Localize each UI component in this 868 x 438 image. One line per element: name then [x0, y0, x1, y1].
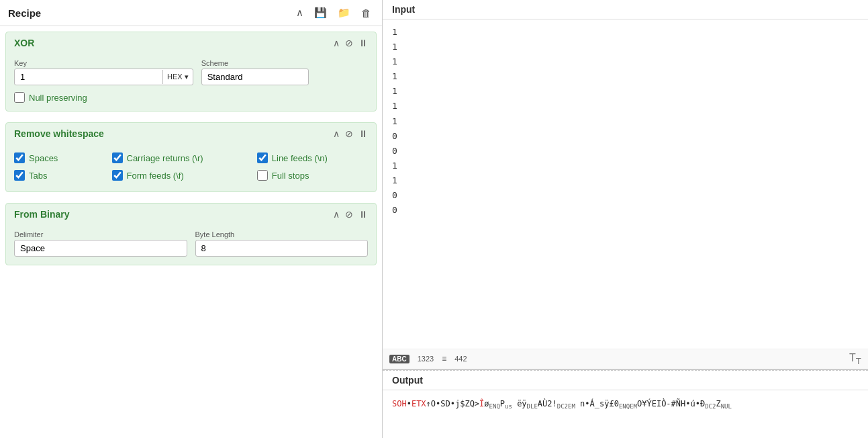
input-header: Input: [383, 0, 868, 19]
carriage-returns-checkbox[interactable]: [112, 152, 123, 163]
char-count: 1323: [418, 355, 434, 363]
line-feeds-checkbox[interactable]: [257, 152, 268, 163]
null-preserving-checkbox[interactable]: [14, 92, 25, 103]
xor-key-type-dropdown[interactable]: HEX ▾: [162, 70, 193, 84]
input-lines: 1111111001100: [392, 25, 859, 218]
xor-collapse-button[interactable]: ∧: [333, 38, 340, 48]
fb-pause-button[interactable]: ⏸: [358, 209, 368, 220]
byte-length-input[interactable]: [195, 240, 369, 257]
full-stops-label[interactable]: Full stops: [272, 171, 309, 181]
carriage-returns-label[interactable]: Carriage returns (\r): [127, 153, 203, 163]
rw-tabs-item: Tabs: [14, 170, 99, 181]
fb-card-icons: ∧ ⊘ ⏸: [333, 209, 368, 220]
null-preserving-label[interactable]: Null preserving: [29, 93, 87, 103]
rw-form-feeds-item: Form feeds (\f): [112, 170, 244, 181]
resize-icon: TT: [849, 352, 861, 366]
rw-checkboxes-grid: Spaces Carriage returns (\r) Line feeds …: [14, 150, 368, 183]
recipe-header: Recipe ∧ 💾 📁 🗑: [0, 0, 382, 26]
remove-whitespace-title: Remove whitespace: [14, 128, 104, 139]
xor-scheme-label: Scheme: [201, 59, 309, 67]
form-feeds-checkbox[interactable]: [112, 170, 123, 181]
abc-badge: ABC: [389, 355, 409, 363]
left-panel: Recipe ∧ 💾 📁 🗑 XOR ∧ ⊘ ⏸ Key HEX: [0, 0, 383, 438]
from-binary-body: Delimiter Byte Length: [6, 225, 376, 265]
full-stops-checkbox[interactable]: [257, 170, 268, 181]
output-section: Output SOH•ETX↑O•SD•j$ZQ>ÎøENQPus ëÿDLEA…: [383, 371, 868, 438]
xor-scheme-group: Scheme: [201, 59, 309, 85]
recipe-title: Recipe: [8, 7, 41, 19]
output-content: SOH•ETX↑O•SD•j$ZQ>ÎøENQPus ëÿDLEAÙ2!DC2E…: [383, 390, 868, 438]
fb-collapse-button[interactable]: ∧: [333, 209, 340, 220]
tabs-label[interactable]: Tabs: [29, 171, 47, 181]
binary-fields: Delimiter Byte Length: [14, 230, 368, 257]
xor-fields: Key HEX ▾ Scheme: [14, 59, 368, 85]
input-footer: ABC 1323 ≡ 442 TT: [383, 349, 868, 369]
xor-key-input-container: HEX ▾: [14, 69, 193, 85]
fb-disable-button[interactable]: ⊘: [345, 209, 353, 220]
xor-disable-button[interactable]: ⊘: [345, 38, 353, 48]
xor-card: XOR ∧ ⊘ ⏸ Key HEX ▾ Scheme: [5, 32, 377, 112]
recipe-toolbar: ∧ 💾 📁 🗑: [293, 5, 374, 20]
output-soh: SOH: [392, 399, 407, 408]
right-panel: Input 1111111001100 ABC 1323 ≡ 442 TT Ou…: [383, 0, 868, 438]
xor-pause-button[interactable]: ⏸: [358, 38, 368, 48]
delimiter-field: Delimiter: [14, 230, 187, 257]
save-button[interactable]: 💾: [311, 5, 330, 20]
rw-disable-button[interactable]: ⊘: [345, 128, 353, 139]
collapse-button[interactable]: ∧: [293, 5, 306, 20]
remove-whitespace-header: Remove whitespace ∧ ⊘ ⏸: [6, 123, 376, 144]
xor-key-group: Key HEX ▾: [14, 59, 193, 85]
rw-card-icons: ∧ ⊘ ⏸: [333, 128, 368, 139]
input-content[interactable]: 1111111001100: [383, 19, 868, 349]
line-icon: ≡: [442, 354, 446, 363]
byte-length-field: Byte Length: [195, 230, 369, 257]
null-preserving-row: Null preserving: [14, 92, 368, 103]
rw-full-stops-item: Full stops: [257, 170, 368, 181]
remove-whitespace-card: Remove whitespace ∧ ⊘ ⏸ Spaces Carriage …: [5, 122, 377, 192]
output-text: SOH•ETX↑O•SD•j$ZQ>ÎøENQPus ëÿDLEAÙ2!DC2E…: [392, 397, 859, 412]
rw-line-feeds-item: Line feeds (\n): [257, 152, 368, 163]
from-binary-header: From Binary ∧ ⊘ ⏸: [6, 204, 376, 225]
xor-card-body: Key HEX ▾ Scheme Null preserving: [6, 54, 376, 111]
rw-spaces-item: Spaces: [14, 152, 99, 163]
output-header: Output: [383, 371, 868, 390]
rw-carriage-returns-item: Carriage returns (\r): [112, 152, 244, 163]
from-binary-card: From Binary ∧ ⊘ ⏸ Delimiter Byte Length: [5, 203, 377, 265]
spaces-checkbox[interactable]: [14, 152, 25, 163]
rw-pause-button[interactable]: ⏸: [358, 128, 368, 139]
xor-key-input[interactable]: [15, 69, 162, 85]
delete-button[interactable]: 🗑: [358, 6, 374, 20]
open-button[interactable]: 📁: [335, 5, 353, 20]
spaces-label[interactable]: Spaces: [29, 153, 58, 163]
xor-card-icons: ∧ ⊘ ⏸: [333, 38, 368, 48]
xor-title: XOR: [14, 38, 34, 48]
tabs-checkbox[interactable]: [14, 170, 25, 181]
from-binary-title: From Binary: [14, 209, 69, 220]
input-section: Input 1111111001100 ABC 1323 ≡ 442 TT: [383, 0, 868, 370]
form-feeds-label[interactable]: Form feeds (\f): [127, 171, 184, 181]
xor-key-label: Key: [14, 59, 193, 67]
line-feeds-label[interactable]: Line feeds (\n): [272, 153, 328, 163]
delimiter-input[interactable]: [14, 240, 187, 257]
rw-card-body: Spaces Carriage returns (\r) Line feeds …: [6, 144, 376, 191]
byte-length-label: Byte Length: [195, 230, 369, 238]
delimiter-label: Delimiter: [14, 230, 187, 238]
line-count: 442: [454, 355, 467, 363]
xor-scheme-input[interactable]: [201, 69, 309, 85]
xor-card-header: XOR ∧ ⊘ ⏸: [6, 32, 376, 54]
rw-collapse-button[interactable]: ∧: [333, 128, 340, 139]
